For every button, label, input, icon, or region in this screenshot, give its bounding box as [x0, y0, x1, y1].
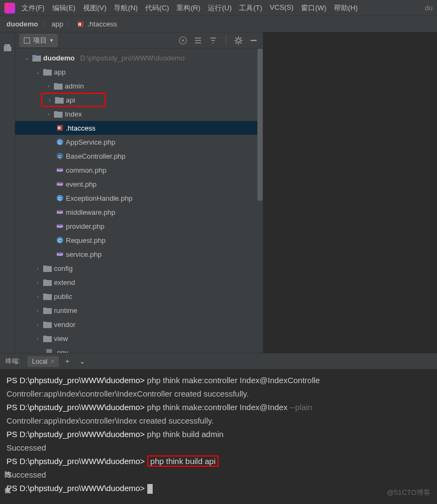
tree-folder-admin[interactable]: › admin — [15, 79, 263, 93]
breadcrumb-root[interactable]: duodemo — [6, 20, 38, 28]
tree-label: service.php — [66, 250, 101, 258]
titlebar: 文件(F) 编辑(E) 视图(V) 导航(N) 代码(C) 重构(R) 运行(U… — [0, 0, 437, 16]
chevron-right-icon[interactable]: › — [46, 97, 53, 103]
main-menu: 文件(F) 编辑(E) 视图(V) 导航(N) 代码(C) 重构(R) 运行(U… — [22, 3, 358, 13]
svg-rect-31 — [5, 474, 6, 475]
tree-label: view — [54, 335, 68, 343]
tree-file[interactable]: PHPservice.php — [15, 247, 263, 261]
tree-label: extend — [54, 278, 75, 287]
tree-file-env[interactable]: .env — [15, 345, 263, 353]
chevron-down-icon[interactable]: ⌄ — [24, 55, 30, 61]
tree-label: Request.php — [66, 236, 106, 244]
minimize-icon[interactable] — [249, 36, 258, 45]
chevron-right-icon[interactable]: › — [35, 265, 41, 271]
title-hint: du — [425, 4, 433, 12]
project-tree[interactable]: ⌄ duodemo D:\phpstudy_pro\WWW\duodemo ⌄ … — [15, 49, 263, 353]
tree-folder[interactable]: ›vendor — [15, 317, 263, 331]
menu-help[interactable]: 帮助(H) — [334, 3, 358, 13]
svg-rect-2 — [80, 23, 81, 25]
menu-edit[interactable]: 编辑(E) — [52, 3, 76, 13]
env-icon — [45, 349, 53, 353]
tree-root-name: duodemo — [43, 54, 75, 62]
svg-rect-32 — [5, 476, 6, 478]
tree-file[interactable]: PHPcommon.php — [15, 163, 263, 177]
menu-refactor[interactable]: 重构(R) — [176, 3, 200, 13]
tree-label: event.php — [66, 180, 97, 188]
terminal-tab-local[interactable]: Local × — [28, 356, 59, 367]
svg-text:PHP: PHP — [57, 183, 63, 186]
chevron-right-icon[interactable]: › — [35, 308, 41, 314]
chevron-right-icon[interactable]: › — [35, 322, 41, 328]
tree-folder[interactable]: ›config — [15, 261, 263, 275]
breadcrumb-file[interactable]: .htaccess — [87, 20, 117, 28]
menu-view[interactable]: 视图(V) — [83, 3, 106, 13]
panel-title-dropdown[interactable]: 项目 ▼ — [19, 34, 58, 47]
chevron-down-icon[interactable]: ⌄ — [76, 357, 88, 365]
tree-folder-app[interactable]: ⌄ app — [15, 65, 263, 79]
breadcrumb-dir[interactable]: app — [52, 20, 64, 28]
svg-rect-30 — [5, 472, 6, 473]
app-icon — [4, 3, 15, 13]
chevron-right-icon[interactable]: › — [45, 111, 52, 117]
close-icon[interactable]: × — [51, 358, 54, 365]
folder-icon — [55, 96, 64, 104]
folder-icon[interactable] — [3, 44, 12, 53]
menu-tools[interactable]: 工具(T) — [239, 3, 262, 13]
tree-file[interactable]: CBaseController.php — [15, 149, 263, 163]
tree-file[interactable]: CRequest.php — [15, 233, 263, 247]
tree-root-path: D:\phpstudy_pro\WWW\duodemo — [80, 54, 185, 62]
tree-folder-index[interactable]: › Index — [15, 107, 263, 121]
terminal-cursor — [147, 484, 153, 494]
tree-folder-api[interactable]: › api — [41, 93, 106, 107]
folder-icon — [43, 68, 52, 76]
gear-icon[interactable] — [234, 36, 243, 45]
scrollbar[interactable] — [257, 49, 263, 201]
tree-file[interactable]: CAppService.php — [15, 135, 263, 149]
breadcrumb: duodemo 〉 app 〉 .htaccess — [0, 16, 437, 32]
chevron-down-icon[interactable]: ⌄ — [35, 69, 41, 75]
watermark: @51CTO博客 — [387, 488, 431, 498]
collapse-icon[interactable] — [208, 36, 218, 45]
svg-point-6 — [237, 38, 241, 42]
chevron-right-icon[interactable]: › — [35, 280, 41, 285]
php-icon: PHP — [56, 180, 64, 188]
svg-rect-1 — [79, 23, 80, 25]
tree-file[interactable]: PHPevent.php — [15, 177, 263, 191]
tree-root[interactable]: ⌄ duodemo D:\phpstudy_pro\WWW\duodemo — [15, 51, 263, 65]
tree-folder[interactable]: ›public — [15, 289, 263, 303]
structure-icon[interactable] — [4, 471, 11, 478]
menu-run[interactable]: 运行(U) — [208, 3, 231, 13]
class-icon: C — [56, 236, 64, 244]
terminal-output[interactable]: PS D:\phpstudy_pro\WWW\duodemo> php thin… — [0, 369, 437, 504]
tree-label: Index — [65, 110, 82, 118]
tree-folder[interactable]: ›runtime — [15, 303, 263, 317]
tree-file[interactable]: PHPprovider.php — [15, 219, 263, 233]
folder-icon — [43, 321, 52, 328]
menu-window[interactable]: 窗口(W) — [301, 3, 326, 13]
panel-header: 项目 ▼ — [15, 32, 263, 49]
tree-file-htaccess[interactable]: .htaccess — [15, 121, 263, 135]
tree-file[interactable]: PHPmiddleware.php — [15, 205, 263, 219]
expand-icon[interactable] — [193, 36, 203, 45]
svg-text:PHP: PHP — [57, 253, 63, 256]
breadcrumb-sep: 〉 — [66, 19, 73, 29]
svg-rect-29 — [46, 349, 52, 353]
menu-file[interactable]: 文件(F) — [22, 3, 45, 13]
tree-label: common.php — [66, 166, 106, 174]
tree-folder[interactable]: ›extend — [15, 275, 263, 289]
menu-code[interactable]: 代码(C) — [145, 3, 169, 13]
chevron-right-icon[interactable]: › — [45, 83, 52, 89]
tree-folder[interactable]: ›view — [15, 331, 263, 345]
svg-text:PHP: PHP — [57, 225, 63, 228]
chevron-right-icon[interactable]: › — [35, 336, 41, 342]
menu-vcs[interactable]: VCS(S) — [270, 3, 293, 13]
terminal-tab-name: Local — [32, 358, 47, 365]
add-terminal-button[interactable]: + — [62, 357, 73, 365]
class-icon: C — [56, 138, 64, 146]
breadcrumb-sep: 〉 — [42, 19, 49, 29]
target-icon[interactable] — [178, 36, 188, 45]
menu-nav[interactable]: 导航(N) — [114, 3, 138, 13]
chevron-right-icon[interactable]: › — [35, 294, 41, 299]
tree-file[interactable]: CExceptionHandle.php — [15, 191, 263, 205]
php-icon: PHP — [56, 208, 64, 216]
